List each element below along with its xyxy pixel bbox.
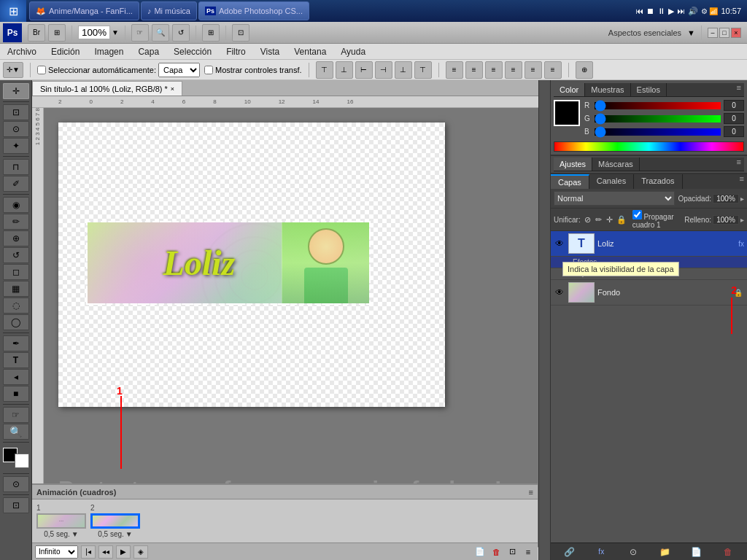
ajustes-tab[interactable]: Ajustes	[554, 158, 592, 171]
frame-2-delay-icon[interactable]: ▼	[125, 530, 133, 538]
crop-tool[interactable]: ⊓	[3, 159, 29, 175]
auto-select-dropdown[interactable]: Capa Grupo	[158, 63, 200, 77]
lock-position-btn[interactable]: ✛	[605, 214, 614, 225]
anim-convert-btn[interactable]: ⊡	[506, 545, 519, 559]
mascaras-tab[interactable]: Máscaras	[592, 158, 640, 171]
taskbar-tab-music[interactable]: ♪ Mi música	[141, 1, 197, 20]
zoom-dropdown-icon[interactable]: ▼	[112, 28, 119, 36]
lock-image-btn[interactable]: ✏	[595, 214, 603, 225]
layer-fondo-eye[interactable]: 👁	[554, 287, 565, 298]
menu-edicion[interactable]: Edición	[44, 45, 87, 58]
anim-header-menu-icon[interactable]: ≡	[529, 488, 533, 497]
color-swatches[interactable]	[3, 448, 29, 468]
dist-left-btn[interactable]: ≡	[505, 61, 522, 79]
move-tool[interactable]: ✛	[3, 83, 29, 99]
close-btn[interactable]: ×	[731, 28, 741, 38]
frame-1-delay-icon[interactable]: ▼	[71, 530, 79, 538]
menu-imagen[interactable]: Imagen	[87, 45, 131, 58]
fill-input[interactable]	[713, 215, 739, 225]
frame-2-thumb[interactable]	[90, 513, 140, 529]
anim-tween-btn[interactable]: ◈	[133, 545, 148, 559]
anim-frame-1[interactable]: 1 ··· 0,5 seg. ▼	[36, 504, 86, 538]
gradient-tool[interactable]: ▦	[3, 281, 29, 297]
brush-tool[interactable]: ✏	[3, 214, 29, 230]
eraser-tool[interactable]: ◻	[3, 264, 29, 280]
menu-ayuda[interactable]: Ayuda	[333, 45, 373, 58]
extra-options-btn[interactable]: ⊕	[576, 61, 593, 79]
layer-loliz-eye[interactable]: 👁	[554, 238, 565, 249]
add-mask-btn[interactable]: ⊙	[626, 545, 640, 559]
green-slider[interactable]	[595, 115, 721, 122]
dist-top-btn[interactable]: ≡	[446, 61, 463, 79]
opacity-arrow[interactable]: ▸	[740, 195, 744, 203]
blur-tool[interactable]: ◌	[3, 298, 29, 314]
spot-heal-tool[interactable]: ◉	[3, 197, 29, 213]
dist-bottom-btn[interactable]: ≡	[485, 61, 503, 79]
mini-bridge-btn[interactable]: ⊞	[48, 24, 66, 42]
media-pause-icon[interactable]: ⏸	[657, 7, 665, 15]
bridge-btn[interactable]: Br	[28, 24, 45, 42]
blue-slider[interactable]	[595, 128, 721, 136]
quick-mask-btn[interactable]: ⊙	[3, 476, 29, 492]
align-left-btn[interactable]: ⊣	[375, 61, 392, 79]
hand-tool-btn[interactable]: ☞	[131, 24, 149, 42]
history-tool[interactable]: ↺	[3, 247, 29, 263]
background-color[interactable]	[15, 454, 29, 468]
text-tool[interactable]: T	[3, 352, 29, 368]
canvas-viewport[interactable]: dobu Protect more of your memories for l…	[44, 108, 538, 547]
trazados-tab[interactable]: Trazados	[634, 174, 682, 189]
document-tab[interactable]: Sin título-1 al 100% (Loliz, RGB/8) * ×	[32, 81, 182, 96]
new-layer-btn[interactable]: 📄	[689, 545, 704, 559]
dist-right-btn[interactable]: ≡	[544, 61, 562, 79]
restore-btn[interactable]: □	[719, 28, 729, 38]
layers-menu-chevron[interactable]: ≡	[737, 174, 747, 184]
anim-play-btn[interactable]: ▶	[116, 545, 131, 559]
screen-mode-btn2[interactable]: ⊡	[3, 497, 29, 513]
layer-loliz-fx[interactable]: fx	[738, 240, 744, 248]
loop-select[interactable]: Infinito Una vez 3 veces	[35, 545, 78, 559]
zoom-input[interactable]	[78, 26, 110, 39]
layer-loliz[interactable]: 👁 T Loliz fx Indica la visibilidad de la…	[551, 231, 747, 257]
capas-tab[interactable]: Capas	[551, 174, 589, 189]
workspace-dropdown-icon[interactable]: ▼	[687, 28, 695, 37]
lock-all-btn[interactable]: 🔒	[616, 214, 627, 225]
menu-vista[interactable]: Vista	[253, 45, 287, 58]
layer-sombra[interactable]: ◈ Fondo	[551, 268, 747, 280]
blue-value[interactable]	[724, 126, 744, 137]
red-value[interactable]	[724, 100, 744, 111]
fill-arrow[interactable]: ▸	[740, 216, 744, 224]
banner-image[interactable]: Loliz	[86, 221, 371, 305]
frame-1-thumb[interactable]: ···	[36, 513, 86, 529]
align-vcenter-btn[interactable]: ⊥	[336, 61, 353, 79]
menu-archivo[interactable]: Archivo	[0, 45, 44, 58]
move-tool-options-icon[interactable]: ✛▼	[3, 62, 23, 78]
opacity-input[interactable]	[713, 194, 739, 203]
adj-panel-menu-chevron[interactable]: ≡	[734, 156, 744, 168]
media-stop-icon[interactable]: ⏹	[646, 7, 654, 15]
pen-tool[interactable]: ✒	[3, 335, 29, 351]
menu-filtro[interactable]: Filtro	[219, 45, 253, 58]
canales-tab[interactable]: Canales	[589, 174, 634, 189]
anim-new-frame-btn[interactable]: 📄	[473, 545, 487, 559]
propagate-checkbox[interactable]	[632, 210, 642, 219]
delete-layer-btn[interactable]: 🗑	[721, 545, 735, 559]
anim-first-frame-btn[interactable]: |◂	[81, 545, 96, 559]
taskbar-tab-anime[interactable]: 🦊 Anime/Manga - FanFi...	[29, 1, 139, 20]
show-transform-checkbox[interactable]	[204, 66, 213, 74]
media-prev-icon[interactable]: ⏮	[635, 7, 643, 15]
red-slider[interactable]	[595, 102, 721, 109]
blend-mode-select[interactable]: Normal Multiply Screen	[554, 191, 675, 206]
anim-frame-2[interactable]: 2 0,5 seg. ▼	[90, 504, 140, 538]
clone-tool[interactable]: ⊕	[3, 230, 29, 246]
dodge-tool[interactable]: ◯	[3, 314, 29, 330]
lasso-tool[interactable]: ⊙	[3, 121, 29, 137]
shape-tool[interactable]: ■	[3, 386, 29, 402]
align-bottom-btn[interactable]: ⊢	[355, 61, 373, 79]
link-layers-btn[interactable]: 🔗	[562, 545, 577, 559]
taskbar-tab-photoshop[interactable]: Ps Adobe Photoshop CS...	[198, 1, 309, 20]
adj-panel-menu-icon[interactable]: ≡	[734, 158, 744, 171]
panel-menu-chevron[interactable]: ≡	[734, 82, 744, 93]
new-group-btn[interactable]: 📁	[657, 545, 672, 559]
start-button[interactable]: ⊞	[0, 0, 26, 22]
media-next-icon[interactable]: ⏭	[677, 7, 685, 15]
